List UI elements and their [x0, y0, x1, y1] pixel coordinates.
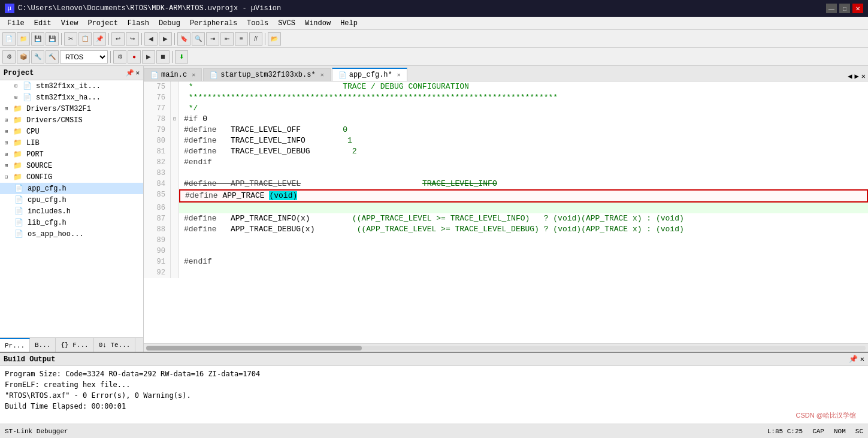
- build-button[interactable]: ●: [128, 50, 141, 64]
- translate-button[interactable]: ⚙: [113, 50, 126, 64]
- fold-marker[interactable]: [171, 92, 179, 103]
- outdent-button[interactable]: ⇤: [220, 32, 234, 46]
- fold-marker[interactable]: [171, 157, 179, 168]
- fold-marker[interactable]: [171, 135, 179, 146]
- tab-scroll-left[interactable]: ◀: [848, 72, 852, 81]
- tree-item[interactable]: ⊞📁CPU: [0, 126, 143, 137]
- rebuild-button[interactable]: ▶: [142, 50, 155, 64]
- code-editor[interactable]: 75 * TRACE / DEBUG CONFIGURATION76 *****…: [144, 81, 868, 343]
- panel-tab[interactable]: {} F...: [56, 338, 93, 352]
- tree-expand-icon[interactable]: ⊞: [5, 140, 11, 146]
- menu-item-debug[interactable]: Debug: [154, 18, 185, 29]
- tree-item[interactable]: ⊟📁CONFIG: [0, 171, 143, 183]
- tab-close-button[interactable]: ✕: [192, 71, 195, 78]
- components-button[interactable]: 🔧: [31, 50, 44, 64]
- stop-build-button[interactable]: ⏹: [156, 50, 170, 64]
- fold-marker[interactable]: [171, 246, 179, 256]
- format-button[interactable]: ≡: [235, 32, 248, 46]
- fold-marker[interactable]: [171, 224, 179, 235]
- menu-item-flash[interactable]: Flash: [123, 18, 154, 29]
- ext-tools-button[interactable]: 🔨: [46, 50, 59, 64]
- open-project-button[interactable]: 📂: [268, 32, 281, 46]
- minimize-button[interactable]: —: [826, 4, 837, 13]
- nav-fwd-button[interactable]: ▶: [159, 32, 172, 46]
- line-content[interactable]: #define APP_TRACE_INFO(x) ((APP_TRACE_LE…: [179, 213, 868, 224]
- menu-item-tools[interactable]: Tools: [242, 18, 273, 29]
- menu-item-project[interactable]: Project: [83, 18, 122, 29]
- menu-item-file[interactable]: File: [2, 18, 29, 29]
- line-content[interactable]: [179, 267, 868, 278]
- tree-expand-icon[interactable]: ⊞: [5, 105, 11, 112]
- line-content[interactable]: #endif: [179, 157, 868, 168]
- pin-build-icon[interactable]: 📌: [849, 355, 858, 364]
- nav-back-button[interactable]: ◀: [144, 32, 158, 46]
- cut-button[interactable]: ✂: [64, 32, 77, 46]
- maximize-button[interactable]: □: [839, 4, 850, 13]
- fold-marker[interactable]: [171, 213, 179, 224]
- line-content[interactable]: ****************************************…: [179, 92, 868, 103]
- undo-button[interactable]: ↩: [111, 32, 125, 46]
- tree-expand-icon[interactable]: ⊞: [5, 128, 11, 135]
- code-tab[interactable]: 📄startup_stm32f103xb.s*✕: [203, 68, 330, 81]
- pin-icon[interactable]: 📌: [126, 69, 134, 77]
- line-content[interactable]: #define APP_TRACE_DEBUG(x) ((APP_TRACE_L…: [179, 224, 868, 235]
- tree-item[interactable]: 📄includes.h: [0, 206, 143, 217]
- code-tab[interactable]: 📄app_cfg.h*✕: [332, 68, 407, 81]
- line-content[interactable]: #define TRACE_LEVEL_INFO 1: [179, 135, 868, 146]
- tree-item[interactable]: ⊞📁Drivers/STM32F1: [0, 103, 143, 114]
- indent-button[interactable]: ⇥: [206, 32, 219, 46]
- open-button[interactable]: 📁: [17, 32, 30, 46]
- redo-button[interactable]: ↪: [126, 32, 139, 46]
- target-select[interactable]: RTOS: [60, 50, 108, 64]
- tree-item[interactable]: ⊞📄stm32f1xx_it...: [0, 80, 143, 92]
- tree-item[interactable]: 📄os_app_hoo...: [0, 228, 143, 240]
- line-content[interactable]: #define TRACE_LEVEL_OFF 0: [179, 125, 868, 135]
- close-build-icon[interactable]: ✕: [860, 355, 864, 364]
- tree-expand-icon[interactable]: ⊟: [5, 174, 11, 180]
- manage-button[interactable]: 📦: [17, 50, 30, 64]
- fold-marker[interactable]: [171, 179, 179, 189]
- save-all-button[interactable]: 💾: [46, 32, 59, 46]
- menu-item-edit[interactable]: Edit: [29, 18, 56, 29]
- tab-close-button[interactable]: ✕: [397, 71, 401, 78]
- tab-scroll-right[interactable]: ▶: [855, 72, 859, 81]
- fold-marker[interactable]: [171, 125, 179, 135]
- menu-item-window[interactable]: Window: [300, 18, 335, 29]
- line-content[interactable]: #define TRACE_LEVEL_DEBUG 2: [179, 146, 868, 157]
- menu-item-view[interactable]: View: [56, 18, 83, 29]
- line-content[interactable]: */: [179, 103, 868, 114]
- tree-item[interactable]: 📄app_cfg.h: [0, 183, 143, 194]
- panel-tab[interactable]: 0↓ Te...: [94, 338, 136, 352]
- fold-marker[interactable]: [171, 267, 179, 278]
- comment-button[interactable]: //: [249, 32, 262, 46]
- menu-item-help[interactable]: Help: [335, 18, 362, 29]
- fold-marker[interactable]: [171, 256, 179, 267]
- fold-marker[interactable]: ⊟: [171, 114, 179, 125]
- panel-tab[interactable]: Pr...: [0, 338, 30, 352]
- tree-item[interactable]: 📄lib_cfg.h: [0, 217, 143, 228]
- fold-marker[interactable]: [171, 189, 179, 203]
- menu-item-peripherals[interactable]: Peripherals: [185, 18, 242, 29]
- close-panel-icon[interactable]: ✕: [135, 69, 140, 77]
- fold-marker[interactable]: [171, 103, 179, 114]
- fold-marker[interactable]: [171, 235, 179, 246]
- tab-controls[interactable]: ◀ ▶ ✕: [848, 72, 868, 81]
- code-tab[interactable]: 📄main.c✕: [144, 68, 202, 81]
- download-button[interactable]: ⬇: [175, 50, 188, 64]
- paste-button[interactable]: 📌: [93, 32, 106, 46]
- tree-expand-icon[interactable]: ⊞: [14, 94, 20, 101]
- save-button[interactable]: 💾: [31, 32, 44, 46]
- target-options-button[interactable]: ⚙: [2, 50, 16, 64]
- fold-marker[interactable]: [171, 203, 179, 213]
- tab-close-button[interactable]: ✕: [320, 71, 324, 78]
- line-content[interactable]: * TRACE / DEBUG CONFIGURATION: [179, 81, 868, 92]
- close-button[interactable]: ✕: [852, 4, 863, 13]
- tree-item[interactable]: ⊞📁SOURCE: [0, 160, 143, 171]
- panel-tab[interactable]: B...: [30, 338, 56, 352]
- line-content[interactable]: #endif: [179, 256, 868, 267]
- tree-expand-icon[interactable]: ⊞: [5, 162, 11, 169]
- line-content[interactable]: [179, 246, 868, 256]
- fold-marker[interactable]: [171, 81, 179, 92]
- window-controls[interactable]: — □ ✕: [826, 4, 863, 13]
- fold-marker[interactable]: [171, 146, 179, 157]
